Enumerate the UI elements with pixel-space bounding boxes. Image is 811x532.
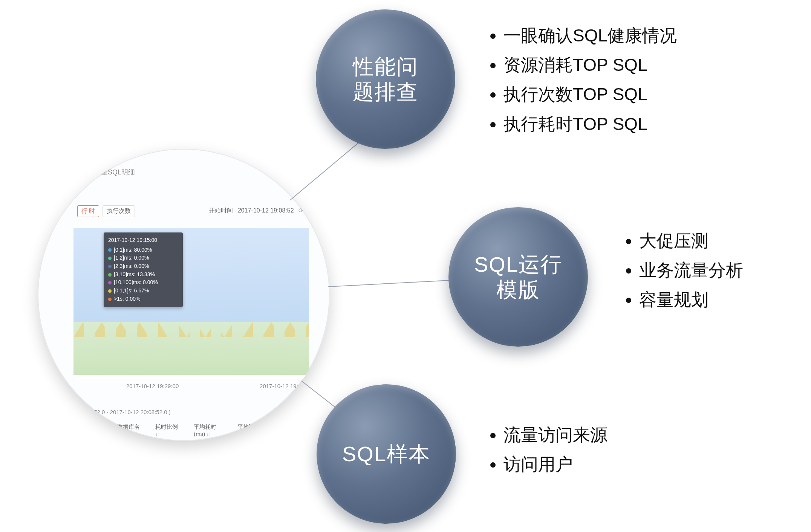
tooltip-row: [1,2]ms: 0.00% xyxy=(108,254,178,262)
node-label: 性能问 题排查 xyxy=(353,54,418,104)
node-label: SQL运行 模版 xyxy=(474,252,562,302)
chart-tooltip: 2017-10-12 19:15:00 [0,1]ms: 80.00%[1,2]… xyxy=(104,232,183,307)
node-sql-sample: SQL样本 xyxy=(317,384,456,524)
tooltip-title: 2017-10-12 19:15:00 xyxy=(108,236,178,245)
bullet-item: 一眼确认SQL健康情况 xyxy=(503,21,677,50)
node-sql-template: SQL运行 模版 xyxy=(448,207,588,347)
tooltip-row: [2,3]ms: 0.00% xyxy=(108,262,178,271)
col-cost-pct[interactable]: 耗时比例 xyxy=(155,423,181,437)
node-label: SQL样本 xyxy=(342,441,430,466)
dashboard-tab-fullsql: 全量SQL明细 xyxy=(94,168,135,176)
node-performance-troubleshoot: 性能问 题排查 xyxy=(316,9,455,149)
tooltip-row: [3,10]ms: 13.33% xyxy=(108,271,178,279)
tooltip-row: [10,100]ms: 0.00% xyxy=(108,278,178,287)
bullet-item: 执行次数TOP SQL xyxy=(503,79,677,109)
dashboard-screenshot: 全量SQL明细 行 时 执行次数 开始时间 2017-10-12 19:08:5… xyxy=(38,149,330,441)
col-exec-cnt: 执行次 xyxy=(286,423,309,437)
toggle-exec-count[interactable]: 执行次数 xyxy=(103,205,135,217)
bullet-item: 业务流量分析 xyxy=(639,255,743,285)
bullets-performance: 一眼确认SQL健康情况资源消耗TOP SQL执行次数TOP SQL执行耗时TOP… xyxy=(486,21,677,139)
tooltip-row: >1s: 0.00% xyxy=(108,295,178,303)
time-range-text: 2 19:08:52.0 - 2017-10-12 20:08:52.0 ) xyxy=(73,409,309,415)
bullet-item: 资源消耗TOP SQL xyxy=(503,50,677,79)
xaxis-tick: 2017-10-12 19:49:0 xyxy=(260,383,309,389)
toggle-exec-time[interactable]: 行 时 xyxy=(77,205,99,217)
col-dbname: 数据库名 xyxy=(117,423,143,437)
col-avg-ms[interactable]: 平均耗时(ms) xyxy=(194,423,225,437)
tooltip-row: [0,1]ms: 80.00% xyxy=(108,246,178,254)
bullet-item: 容量规划 xyxy=(639,285,743,314)
bullet-item: 大促压测 xyxy=(639,226,743,255)
table-row[interactable]: 67.18%67.781 xyxy=(73,440,309,441)
bullet-item: 访问用户 xyxy=(503,449,607,479)
bullets-sample: 流量访问来源访问用户 xyxy=(486,420,607,479)
refresh-icon[interactable]: ⟳ xyxy=(298,207,303,214)
tooltip-row: [0.1,1]s: 6.67% xyxy=(108,287,178,295)
start-time-label: 开始时间 xyxy=(209,207,233,214)
xaxis-tick: 2017-10-12 19:29:00 xyxy=(126,383,179,389)
col-keyword: 索内容) xyxy=(73,423,104,437)
bullet-item: 执行耗时TOP SQL xyxy=(503,109,677,139)
bullets-template: 大促压测业务流量分析容量规划 xyxy=(622,226,743,315)
col-avg-rows[interactable]: 平均返回行数 xyxy=(237,423,273,437)
start-time-value: 2017-10-12 19:08:52 xyxy=(238,207,294,214)
bullet-item: 流量访问来源 xyxy=(503,420,607,449)
